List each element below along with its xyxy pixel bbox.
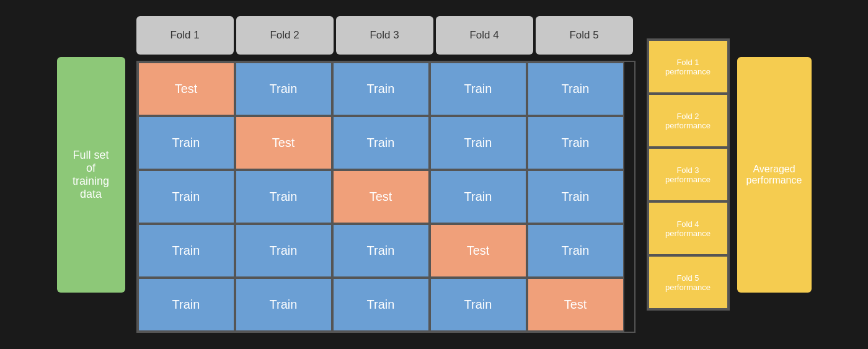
performance-column: Fold 1performance Fold 2performance Fold…: [647, 38, 730, 311]
grid-area: Fold 1 Fold 2 Fold 3 Fold 4 Fold 5 Test …: [136, 16, 636, 333]
cell-5-2: Train: [235, 278, 332, 332]
perf-fold-1: Fold 1performance: [648, 40, 728, 94]
cell-3-5: Train: [527, 170, 624, 224]
fold-header-1: Fold 1: [136, 16, 234, 55]
cell-4-3: Train: [332, 224, 430, 278]
perf-fold-5: Fold 5performance: [648, 255, 728, 309]
cell-1-1: Test: [138, 62, 235, 116]
cell-3-4: Train: [430, 170, 527, 224]
cell-1-5: Train: [527, 62, 624, 116]
cell-3-1: Train: [138, 170, 235, 224]
cell-1-3: Train: [332, 62, 430, 116]
perf-fold-3: Fold 3performance: [648, 148, 728, 201]
cell-4-4: Test: [430, 224, 527, 278]
perf-fold-4: Fold 4performance: [648, 201, 728, 255]
data-row-3: Train Train Test Train Train: [138, 170, 634, 224]
cell-3-3: Test: [332, 170, 430, 224]
cell-5-4: Train: [430, 278, 527, 332]
fold-header-3: Fold 3: [336, 16, 433, 55]
cell-2-4: Train: [430, 116, 527, 170]
fold-header-4: Fold 4: [436, 16, 533, 55]
fold-header-5: Fold 5: [536, 16, 633, 55]
cell-5-3: Train: [332, 278, 430, 332]
cell-5-5: Test: [527, 278, 624, 332]
data-row-4: Train Train Train Test Train: [138, 224, 634, 278]
data-row-2: Train Test Train Train Train: [138, 116, 634, 170]
cross-validation-diagram: Full setoftrainingdata Fold 1 Fold 2 Fol…: [57, 16, 812, 333]
averaged-performance-label: Averaged performance: [737, 57, 812, 293]
perf-fold-2: Fold 2performance: [648, 94, 728, 148]
cell-1-4: Train: [430, 62, 527, 116]
full-set-label: Full setoftrainingdata: [57, 57, 125, 293]
header-row: Fold 1 Fold 2 Fold 3 Fold 4 Fold 5: [136, 16, 636, 55]
cell-4-2: Train: [235, 224, 332, 278]
cell-1-2: Train: [235, 62, 332, 116]
cell-2-1: Train: [138, 116, 235, 170]
cell-2-3: Train: [332, 116, 430, 170]
cell-4-1: Train: [138, 224, 235, 278]
cell-2-2: Test: [235, 116, 332, 170]
data-rows: Test Train Train Train Train Train Test …: [136, 61, 636, 333]
data-row-1: Test Train Train Train Train: [138, 62, 634, 116]
right-area: Fold 1performance Fold 2performance Fold…: [647, 38, 812, 311]
cell-5-1: Train: [138, 278, 235, 332]
cell-3-2: Train: [235, 170, 332, 224]
cell-4-5: Train: [527, 224, 624, 278]
cell-2-5: Train: [527, 116, 624, 170]
data-row-5: Train Train Train Train Test: [138, 278, 634, 332]
fold-header-2: Fold 2: [236, 16, 334, 55]
